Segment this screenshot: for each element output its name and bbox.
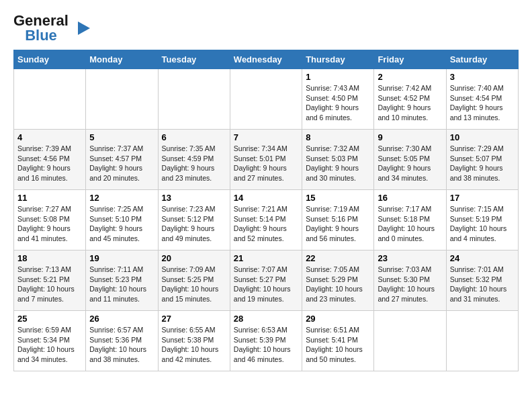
day-info: Sunrise: 7:09 AMSunset: 5:25 PMDaylight:… [162,265,226,304]
day-info: Sunrise: 6:53 AMSunset: 5:39 PMDaylight:… [234,325,298,365]
calendar-cell: 21Sunrise: 7:07 AMSunset: 5:27 PMDayligh… [230,250,302,311]
calendar-cell: 23Sunrise: 7:03 AMSunset: 5:30 PMDayligh… [374,250,446,311]
day-info: Sunrise: 7:34 AMSunset: 5:01 PMDaylight:… [234,144,298,183]
day-info: Sunrise: 7:39 AMSunset: 4:56 PMDaylight:… [17,144,82,183]
day-info: Sunrise: 7:11 AMSunset: 5:23 PMDaylight:… [89,265,154,304]
day-number: 3 [450,72,515,82]
calendar-cell [374,311,446,371]
day-number: 5 [89,132,154,142]
day-number: 25 [17,314,82,324]
day-info: Sunrise: 7:27 AMSunset: 5:08 PMDaylight:… [17,204,82,244]
calendar-cell: 13Sunrise: 7:23 AMSunset: 5:12 PMDayligh… [158,190,230,250]
weekday-header-monday: Monday [86,50,158,69]
day-number: 19 [89,253,154,263]
day-info: Sunrise: 6:59 AMSunset: 5:34 PMDaylight:… [17,325,82,365]
day-number: 27 [162,314,226,324]
day-number: 8 [306,132,370,142]
calendar-cell: 17Sunrise: 7:15 AMSunset: 5:19 PMDayligh… [446,190,518,250]
day-info: Sunrise: 7:15 AMSunset: 5:19 PMDaylight:… [450,204,515,244]
day-number: 12 [89,193,154,203]
calendar-cell: 4Sunrise: 7:39 AMSunset: 4:56 PMDaylight… [14,130,86,190]
calendar-cell: 25Sunrise: 6:59 AMSunset: 5:34 PMDayligh… [14,311,86,371]
calendar-cell [86,69,158,130]
day-number: 10 [450,132,515,142]
day-number: 18 [17,253,82,263]
calendar-cell: 10Sunrise: 7:29 AMSunset: 5:07 PMDayligh… [446,130,518,190]
weekday-header-sunday: Sunday [14,50,86,69]
day-info: Sunrise: 7:19 AMSunset: 5:16 PMDaylight:… [306,204,370,244]
logo-general: General [13,13,69,28]
day-info: Sunrise: 7:29 AMSunset: 5:07 PMDaylight:… [450,144,515,183]
calendar-cell [14,69,86,130]
calendar-cell: 19Sunrise: 7:11 AMSunset: 5:23 PMDayligh… [86,250,158,311]
day-info: Sunrise: 7:42 AMSunset: 4:52 PMDaylight:… [378,83,442,123]
day-number: 23 [378,253,442,263]
day-number: 21 [234,253,298,263]
day-info: Sunrise: 7:13 AMSunset: 5:21 PMDaylight:… [17,265,82,304]
day-number: 7 [234,132,298,142]
day-number: 26 [89,314,154,324]
calendar-cell: 15Sunrise: 7:19 AMSunset: 5:16 PMDayligh… [302,190,374,250]
day-number: 4 [17,132,82,142]
calendar-cell: 22Sunrise: 7:05 AMSunset: 5:29 PMDayligh… [302,250,374,311]
day-info: Sunrise: 7:03 AMSunset: 5:30 PMDaylight:… [378,265,442,304]
calendar-cell [230,69,302,130]
day-info: Sunrise: 6:55 AMSunset: 5:38 PMDaylight:… [162,325,226,365]
calendar-cell: 26Sunrise: 6:57 AMSunset: 5:36 PMDayligh… [86,311,158,371]
calendar-cell: 2Sunrise: 7:42 AMSunset: 4:52 PMDaylight… [374,69,446,130]
day-info: Sunrise: 7:30 AMSunset: 5:05 PMDaylight:… [378,144,442,183]
day-number: 13 [162,193,226,203]
day-number: 16 [378,193,442,203]
day-number: 17 [450,193,515,203]
day-info: Sunrise: 7:25 AMSunset: 5:10 PMDaylight:… [89,204,154,244]
calendar-cell: 20Sunrise: 7:09 AMSunset: 5:25 PMDayligh… [158,250,230,311]
day-info: Sunrise: 6:51 AMSunset: 5:41 PMDaylight:… [306,325,370,365]
day-info: Sunrise: 7:07 AMSunset: 5:27 PMDaylight:… [234,265,298,304]
day-info: Sunrise: 7:32 AMSunset: 5:03 PMDaylight:… [306,144,370,183]
logo: General Blue [13,13,90,43]
weekday-header-saturday: Saturday [446,50,518,69]
calendar-cell: 3Sunrise: 7:40 AMSunset: 4:54 PMDaylight… [446,69,518,130]
day-info: Sunrise: 7:23 AMSunset: 5:12 PMDaylight:… [162,204,226,244]
calendar-cell: 27Sunrise: 6:55 AMSunset: 5:38 PMDayligh… [158,311,230,371]
page-header: General Blue [13,13,519,43]
day-info: Sunrise: 7:43 AMSunset: 4:50 PMDaylight:… [306,83,370,123]
day-info: Sunrise: 7:35 AMSunset: 4:59 PMDaylight:… [162,144,226,183]
day-info: Sunrise: 7:17 AMSunset: 5:18 PMDaylight:… [378,204,442,244]
day-number: 14 [234,193,298,203]
weekday-header-tuesday: Tuesday [158,50,230,69]
logo-blue: Blue [25,28,57,43]
calendar-cell: 14Sunrise: 7:21 AMSunset: 5:14 PMDayligh… [230,190,302,250]
logo-icon [71,19,90,38]
day-number: 20 [162,253,226,263]
day-info: Sunrise: 7:21 AMSunset: 5:14 PMDaylight:… [234,204,298,244]
day-number: 24 [450,253,515,263]
day-number: 9 [378,132,442,142]
calendar-cell: 1Sunrise: 7:43 AMSunset: 4:50 PMDaylight… [302,69,374,130]
calendar-cell: 18Sunrise: 7:13 AMSunset: 5:21 PMDayligh… [14,250,86,311]
weekday-header-friday: Friday [374,50,446,69]
day-number: 15 [306,193,370,203]
day-number: 28 [234,314,298,324]
calendar-table: SundayMondayTuesdayWednesdayThursdayFrid… [13,50,519,371]
day-info: Sunrise: 7:40 AMSunset: 4:54 PMDaylight:… [450,83,515,123]
svg-marker-0 [78,21,90,35]
calendar-cell: 24Sunrise: 7:01 AMSunset: 5:32 PMDayligh… [446,250,518,311]
day-number: 11 [17,193,82,203]
calendar-cell [158,69,230,130]
calendar-cell: 16Sunrise: 7:17 AMSunset: 5:18 PMDayligh… [374,190,446,250]
day-info: Sunrise: 7:37 AMSunset: 4:57 PMDaylight:… [89,144,154,183]
day-info: Sunrise: 6:57 AMSunset: 5:36 PMDaylight:… [89,325,154,365]
day-number: 22 [306,253,370,263]
calendar-cell: 11Sunrise: 7:27 AMSunset: 5:08 PMDayligh… [14,190,86,250]
day-info: Sunrise: 7:01 AMSunset: 5:32 PMDaylight:… [450,265,515,304]
day-number: 1 [306,72,370,82]
calendar-cell: 8Sunrise: 7:32 AMSunset: 5:03 PMDaylight… [302,130,374,190]
calendar-cell: 7Sunrise: 7:34 AMSunset: 5:01 PMDaylight… [230,130,302,190]
calendar-cell: 28Sunrise: 6:53 AMSunset: 5:39 PMDayligh… [230,311,302,371]
calendar-cell [446,311,518,371]
day-info: Sunrise: 7:05 AMSunset: 5:29 PMDaylight:… [306,265,370,304]
day-number: 2 [378,72,442,82]
calendar-cell: 6Sunrise: 7:35 AMSunset: 4:59 PMDaylight… [158,130,230,190]
day-number: 6 [162,132,226,142]
